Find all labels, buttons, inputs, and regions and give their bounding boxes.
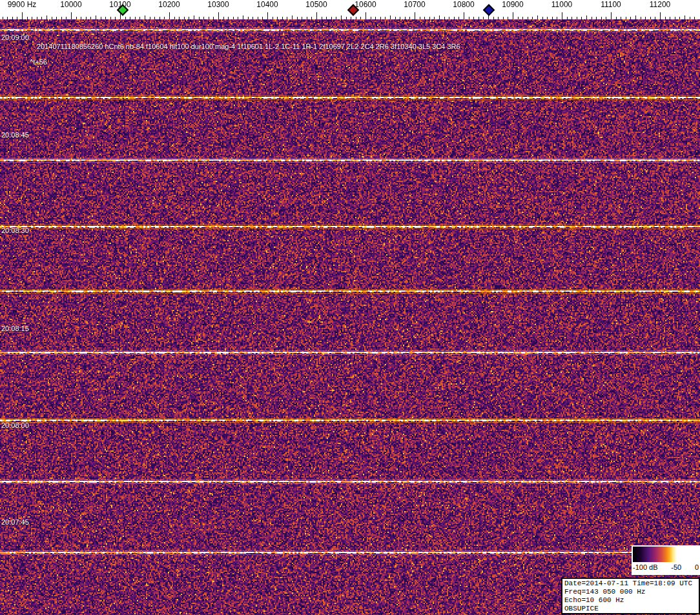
ruler-tick (611, 12, 612, 19)
ruler-tick (365, 12, 366, 19)
ruler-tick (557, 17, 557, 19)
time-label: 20:09:00 (1, 34, 29, 41)
ruler-tick (32, 17, 32, 19)
ruler-tick (405, 17, 406, 19)
ruler-tick (96, 15, 96, 19)
ruler-tick (174, 17, 175, 19)
ruler-tick (493, 17, 494, 19)
ruler-tick (454, 17, 455, 19)
info-echo: Echo=10 600 Hz (564, 596, 697, 605)
ruler-tick (267, 12, 268, 19)
ruler-tick (160, 17, 160, 19)
ruler-tick (22, 12, 23, 19)
ruler-tick (586, 15, 587, 19)
ruler-tick (307, 17, 307, 19)
ruler-tick (135, 17, 136, 19)
ruler-tick (552, 17, 553, 19)
time-label: 20:08:15 (1, 325, 29, 332)
ruler-tick (434, 17, 435, 19)
ruler-tick (76, 17, 77, 19)
ruler-tick (282, 17, 283, 19)
spectrogram-canvas[interactable] (0, 19, 700, 615)
ruler-tick (522, 17, 523, 19)
ruler-tick (125, 17, 126, 19)
ruler-tick (655, 17, 655, 19)
frequency-label: 11100 (601, 0, 621, 9)
ruler-tick (351, 17, 351, 19)
ruler-tick (473, 17, 474, 19)
time-label: 20:08:00 (1, 421, 29, 429)
ruler-tick (375, 17, 376, 19)
ruler-tick (252, 17, 253, 19)
ruler-tick (46, 15, 47, 19)
colorbar-min-label: -100 dB (633, 563, 658, 572)
ruler-tick (164, 17, 165, 19)
ruler-tick (218, 12, 219, 19)
ruler-tick (52, 17, 52, 19)
ruler-tick (503, 17, 504, 19)
ruler-tick (439, 15, 440, 19)
ruler-tick (562, 12, 562, 19)
ruler-tick (81, 17, 81, 19)
ruler-tick (479, 17, 479, 19)
frequency-ruler: 9900 Hz100001010010200103001040010500106… (0, 0, 700, 19)
ruler-tick (596, 17, 597, 19)
ruler-tick (238, 17, 238, 19)
ruler-tick (415, 12, 415, 19)
ruler-tick (12, 17, 13, 19)
ruler-tick (194, 15, 194, 19)
ruler-tick (650, 17, 651, 19)
ruler-tick (139, 17, 140, 19)
ruler-tick (199, 17, 200, 19)
ruler-tick (449, 17, 449, 19)
ruler-tick (297, 17, 298, 19)
ruler-tick (37, 17, 37, 19)
ruler-tick (390, 15, 391, 19)
ruler-tick (685, 15, 685, 19)
ruler-tick (228, 17, 229, 19)
ruler-tick (326, 17, 327, 19)
ruler-tick (424, 17, 425, 19)
info-station: OBSUPICE (564, 605, 697, 613)
colorbar-max-label: 0 (695, 563, 699, 572)
ruler-tick (66, 17, 67, 19)
ruler-tick (3, 17, 3, 19)
ruler-tick (209, 17, 209, 19)
ruler-tick (90, 17, 91, 19)
ruler-tick (409, 17, 410, 19)
radio-meteor-spectrogram-app: { "ruler": { "unit": "Hz", "freq_start":… (0, 0, 700, 615)
ruler-tick (213, 17, 214, 19)
ruler-tick (105, 17, 106, 19)
ruler-tick (498, 17, 499, 19)
ruler-tick (400, 17, 400, 19)
ruler-tick (179, 17, 180, 19)
ruler-tick (101, 17, 101, 19)
frequency-label: 10300 (207, 0, 229, 9)
ruler-tick (630, 17, 631, 19)
ruler-tick (336, 17, 336, 19)
ruler-tick (115, 17, 116, 19)
frequency-label: 10600 (355, 0, 376, 9)
frequency-label: 11200 (650, 0, 670, 9)
ruler-tick (189, 17, 189, 19)
frequency-label: 10200 (158, 0, 180, 9)
time-label: 20:08:45 (1, 131, 29, 139)
ruler-tick (150, 17, 150, 19)
colorbar-labels: -100 dB -50 0 (633, 563, 699, 572)
blue-diamond-marker[interactable] (483, 4, 495, 15)
ruler-tick (360, 17, 361, 19)
ruler-tick (567, 17, 568, 19)
ruler-tick (621, 17, 621, 19)
ruler-tick (371, 17, 371, 19)
ruler-tick (592, 17, 592, 19)
ruler-tick (601, 17, 602, 19)
ruler-tick (532, 17, 533, 19)
ruler-tick (243, 15, 243, 19)
frequency-label: 10400 (256, 0, 278, 9)
ruler-tick (71, 12, 72, 19)
ruler-tick (665, 17, 666, 19)
ruler-tick (154, 17, 155, 19)
ruler-tick (537, 15, 538, 19)
ruler-tick (203, 17, 204, 19)
ruler-tick (429, 17, 430, 19)
